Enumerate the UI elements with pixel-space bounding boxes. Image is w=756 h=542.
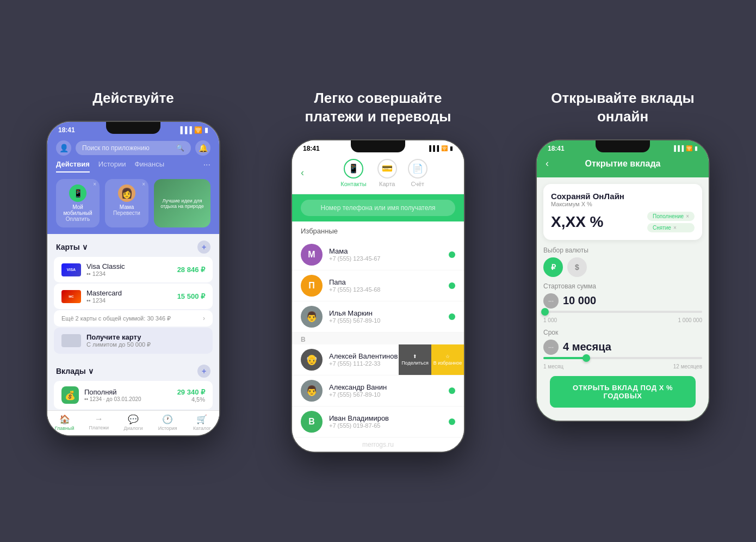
phone-1: 18:41 ▐▐▐ 🛜 ▮ 👤 Поиск по приложению 🔍 <box>46 121 220 436</box>
mobile-icon: 📱 <box>69 184 86 202</box>
profile-icon[interactable]: 👤 <box>56 140 71 156</box>
action-mama[interactable]: × 👩 Мама Перевести <box>105 179 148 227</box>
action-mama-sub: Перевести <box>110 210 143 216</box>
contact-vladimirov[interactable]: В Иван Владимиров +7 (555) 019-87-65 <box>292 406 464 438</box>
nav-catalog[interactable]: 🛒 Каталог <box>185 414 219 431</box>
swipe-share-btn[interactable]: ⬆ Поделиться <box>399 344 431 375</box>
back-btn-2[interactable]: ‹ <box>301 167 304 178</box>
add-card-btn[interactable]: + <box>197 241 210 254</box>
open-deposit-btn[interactable]: ОТКРЫТЬ ВКЛАД ПОД Х % ГОДОВЫХ <box>550 376 696 408</box>
visa-balance: 28 846 ₽ <box>177 266 205 274</box>
contacts-list: М Мама +7 (555) 123-45-67 П Папа +7 (555… <box>292 239 464 438</box>
deposit-name: Пополняй <box>84 388 172 396</box>
section-1-title: Действуйте <box>92 89 173 108</box>
visa-info: Visa Classic •• 1234 <box>86 262 172 277</box>
amount-max: 1 000 000 <box>678 317 703 323</box>
term-thumb[interactable] <box>583 354 590 362</box>
currency-rub-btn[interactable]: ₽ <box>543 257 563 277</box>
fav-label: В избранное <box>433 360 462 366</box>
get-card-row[interactable]: Получите карту С лимитом до 50 000 ₽ <box>54 328 213 354</box>
amount-slider[interactable] <box>543 311 702 313</box>
swipe-overlay: ⬆ Поделиться ☆ В избранное <box>399 344 464 375</box>
tab-finance[interactable]: Финансы <box>134 160 164 173</box>
term-max: 12 месяцев <box>673 364 702 369</box>
contact-markin[interactable]: 👨 Илья Маркин +7 (555) 567-89-10 <box>292 301 464 332</box>
promo-card[interactable]: Лучшие идеи для отдыха на природе <box>154 179 210 227</box>
tab-card[interactable]: 💳 Карта <box>377 159 397 187</box>
deposit-info: Пополняй •• 1234 · до 03.01.2020 <box>84 388 172 402</box>
vladimirov-dot <box>449 418 455 425</box>
amount-icon: ··· <box>543 293 559 309</box>
deposit-popolnay[interactable]: 💰 Пополняй •• 1234 · до 03.01.2020 29 34… <box>54 381 213 409</box>
tab-contacts[interactable]: 📱 Контакты <box>340 159 367 187</box>
badge-withdrawal-close[interactable]: × <box>673 225 677 231</box>
tab-history[interactable]: Истории <box>98 160 126 173</box>
share-label: Поделиться <box>401 360 429 366</box>
section-2: Легко совершайте платежи и переводы 18:4… <box>264 89 492 453</box>
status-icons-1: ▐▐▐ 🛜 ▮ <box>178 126 208 134</box>
search-box[interactable]: Поиск по приложению 🔍 <box>76 141 191 155</box>
tab-actions[interactable]: Действия <box>56 160 90 173</box>
section-2-title: Легко совершайте платежи и переводы <box>305 89 451 126</box>
action-mobile-sub: Оплатить <box>61 216 94 222</box>
nav-dialogs[interactable]: 💬 Диалоги <box>116 414 150 431</box>
papa-info: Папа +7 (555) 123-45-68 <box>329 278 442 293</box>
signal-icon: ▐▐▐ <box>178 126 192 134</box>
deposit-info-card: Сохраняй ОнЛайн Максимум Х % Х,ХХ % Попо… <box>543 184 702 240</box>
nav-payments[interactable]: → Платежи <box>82 414 116 431</box>
nav-history[interactable]: 🕐 История <box>151 414 185 431</box>
favorites-title: Избранные <box>301 227 455 235</box>
term-slider[interactable] <box>543 357 702 359</box>
term-min: 1 месяц <box>543 364 563 369</box>
nav-main[interactable]: 🏠 Главный <box>47 414 82 431</box>
action-cards: × 📱 Моймобильный Оплатить × 👩 Мама Перев… <box>47 173 219 234</box>
action-mobile[interactable]: × 📱 Моймобильный Оплатить <box>56 179 100 227</box>
home-icon: 🏠 <box>59 414 70 424</box>
close-mobile[interactable]: × <box>93 181 96 187</box>
chat-icon: 💬 <box>128 414 139 424</box>
vladimirov-phone: +7 (555) 019-87-65 <box>329 422 442 429</box>
deposit-balance: 29 340 ₽ <box>177 388 205 396</box>
term-icon: ··· <box>543 340 559 355</box>
contact-papa[interactable]: П Папа +7 (555) 123-45-68 <box>292 270 464 301</box>
amount-thumb[interactable] <box>541 308 549 316</box>
back-btn-3[interactable]: ‹ <box>546 158 549 169</box>
catalog-icon: 🛒 <box>196 414 207 424</box>
card-visa[interactable]: VISA Visa Classic •• 1234 28 846 ₽ <box>54 257 213 282</box>
amount-row: ··· 10 000 <box>543 293 702 309</box>
battery-icon-3: ▮ <box>695 145 698 151</box>
mama-dot <box>449 251 455 258</box>
rate-row: Х,ХХ % Пополнение × Снятие × <box>551 212 695 232</box>
card-tab-icon: 💳 <box>377 159 397 178</box>
term-track <box>543 357 702 359</box>
contact-vanin[interactable]: 👨 Александр Ванин +7 (555) 567-89-10 <box>292 375 464 406</box>
nav-tabs-1: Действия Истории Финансы ··· <box>56 160 210 173</box>
badge-deposit-close[interactable]: × <box>686 213 689 219</box>
contacts-tab-icon: 📱 <box>344 159 363 178</box>
deposit-body: Сохраняй ОнЛайн Максимум Х % Х,ХХ % Попо… <box>537 177 709 421</box>
add-deposit-btn[interactable]: + <box>197 365 210 378</box>
papa-dot <box>449 282 455 289</box>
phone-input[interactable]: Номер телефона или имя получателя <box>301 200 455 216</box>
swipe-fav-btn[interactable]: ☆ В избранное <box>431 344 464 375</box>
status-time-3: 18:41 <box>548 145 565 152</box>
deposit-sub: •• 1234 · до 03.01.2020 <box>84 396 172 402</box>
deposit-rate: 4,5% <box>177 396 205 403</box>
card-mastercard[interactable]: MC Mastercard •• 1234 15 500 ₽ <box>54 284 213 309</box>
contact-valentinov[interactable]: 👴 Алексей Валентинов +7 (555) 111-22-33 … <box>292 344 464 375</box>
bell-icon[interactable]: 🔔 <box>195 140 210 156</box>
currency-usd-btn[interactable]: $ <box>567 257 587 277</box>
tab-account[interactable]: 📄 Счёт <box>408 159 427 187</box>
badge-deposit-text: Пополнение <box>653 213 684 219</box>
contact-mama[interactable]: М Мама +7 (555) 123-45-67 <box>292 239 464 270</box>
vanin-info: Александр Ванин +7 (555) 567-89-10 <box>329 383 442 398</box>
close-mama[interactable]: × <box>142 181 145 187</box>
mama-phone: +7 (555) 123-45-67 <box>329 255 442 262</box>
term-fill <box>543 357 586 359</box>
badge-row: Пополнение × Снятие × <box>647 212 695 232</box>
nav-more[interactable]: ··· <box>203 160 210 173</box>
visa-name: Visa Classic <box>86 262 172 270</box>
payments-icon: → <box>95 414 103 424</box>
big-rate: Х,ХХ % <box>551 213 603 231</box>
more-cards-row[interactable]: Ещё 2 карты с общей суммой: 30 346 ₽ › <box>54 310 213 327</box>
